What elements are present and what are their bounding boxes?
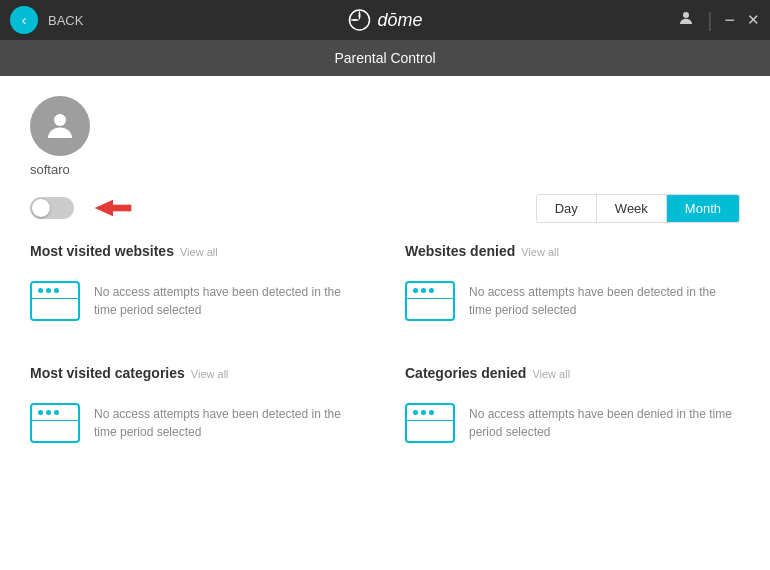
most-visited-websites-empty: No access attempts have been detected in… xyxy=(30,271,365,331)
most-visited-websites-title: Most visited websites View all xyxy=(30,243,365,259)
websites-denied-empty: No access attempts have been detected in… xyxy=(405,271,740,331)
back-circle-icon: ‹ xyxy=(10,6,38,34)
avatar xyxy=(30,96,90,156)
toggle-area xyxy=(30,193,138,223)
svg-rect-4 xyxy=(113,205,131,212)
most-visited-websites-empty-text: No access attempts have been detected in… xyxy=(94,283,365,319)
user-profile: softaro xyxy=(30,96,740,177)
time-period-selector: Day Week Month xyxy=(536,194,740,223)
stats-grid: Most visited websites View all No access… xyxy=(30,243,740,463)
arrow-icon xyxy=(88,193,138,223)
browser-icon-4 xyxy=(405,403,455,443)
most-visited-categories-view-all[interactable]: View all xyxy=(191,368,229,380)
app-logo: dōme xyxy=(347,8,422,32)
arrow-indicator xyxy=(88,193,138,223)
most-visited-categories-section: Most visited categories View all No acce… xyxy=(30,365,365,453)
week-button[interactable]: Week xyxy=(597,195,667,222)
month-button[interactable]: Month xyxy=(667,195,739,222)
dot-7 xyxy=(38,410,43,415)
minimize-button[interactable]: − xyxy=(724,10,735,31)
title-bar: ‹ BACK dōme | − ✕ xyxy=(0,0,770,40)
websites-denied-empty-text: No access attempts have been detected in… xyxy=(469,283,740,319)
separator: | xyxy=(707,9,712,32)
dot-2 xyxy=(46,288,51,293)
websites-denied-section: Websites denied View all No access attem… xyxy=(405,243,740,331)
websites-denied-title: Websites denied View all xyxy=(405,243,740,259)
categories-denied-empty: No access attempts have been denied in t… xyxy=(405,393,740,453)
close-button[interactable]: ✕ xyxy=(747,11,760,29)
categories-denied-empty-text: No access attempts have been denied in t… xyxy=(469,405,740,441)
controls-row: Day Week Month xyxy=(30,193,740,223)
svg-marker-3 xyxy=(95,200,113,217)
categories-denied-section: Categories denied View all No access att… xyxy=(405,365,740,453)
app-name: dōme xyxy=(377,10,422,31)
browser-line-3 xyxy=(32,420,78,421)
browser-line-1 xyxy=(32,298,78,299)
categories-denied-view-all[interactable]: View all xyxy=(532,368,570,380)
browser-icon-2 xyxy=(405,281,455,321)
window-controls: | − ✕ xyxy=(677,9,760,32)
browser-icon-1 xyxy=(30,281,80,321)
svg-point-1 xyxy=(683,12,689,18)
svg-point-2 xyxy=(54,114,66,126)
dot-12 xyxy=(429,410,434,415)
dot-1 xyxy=(38,288,43,293)
back-button[interactable]: ‹ BACK xyxy=(10,6,83,34)
toggle-knob xyxy=(32,199,50,217)
most-visited-categories-title: Most visited categories View all xyxy=(30,365,365,381)
dot-4 xyxy=(413,288,418,293)
dot-8 xyxy=(46,410,51,415)
browser-line-4 xyxy=(407,420,453,421)
most-visited-categories-empty: No access attempts have been detected in… xyxy=(30,393,365,453)
browser-line-2 xyxy=(407,298,453,299)
parental-control-toggle[interactable] xyxy=(30,197,74,219)
browser-icon-3 xyxy=(30,403,80,443)
dot-3 xyxy=(54,288,59,293)
most-visited-websites-section: Most visited websites View all No access… xyxy=(30,243,365,331)
categories-denied-title: Categories denied View all xyxy=(405,365,740,381)
websites-denied-view-all[interactable]: View all xyxy=(521,246,559,258)
section-title: Parental Control xyxy=(334,50,435,66)
most-visited-websites-view-all[interactable]: View all xyxy=(180,246,218,258)
avatar-icon xyxy=(42,108,78,144)
dot-9 xyxy=(54,410,59,415)
most-visited-categories-empty-text: No access attempts have been detected in… xyxy=(94,405,365,441)
dot-11 xyxy=(421,410,426,415)
username: softaro xyxy=(30,162,70,177)
back-label: BACK xyxy=(48,13,83,28)
dome-logo-icon xyxy=(347,8,371,32)
dot-5 xyxy=(421,288,426,293)
dot-6 xyxy=(429,288,434,293)
user-icon[interactable] xyxy=(677,9,695,31)
day-button[interactable]: Day xyxy=(537,195,597,222)
section-header: Parental Control xyxy=(0,40,770,76)
main-content: softaro Day Week Month xyxy=(0,76,770,570)
dot-10 xyxy=(413,410,418,415)
